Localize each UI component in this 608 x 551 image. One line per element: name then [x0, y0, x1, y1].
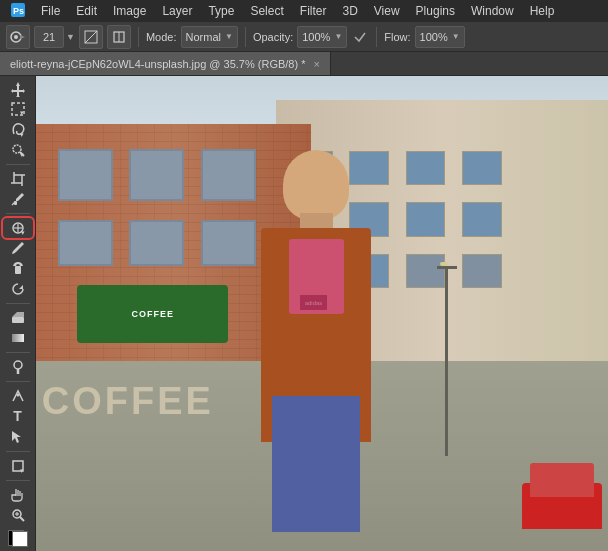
menu-window[interactable]: Window	[464, 2, 521, 20]
green-sign-text: COFFEE	[131, 309, 174, 319]
tab-filename: eliott-reyna-jCEpN62oWL4-unsplash.jpg @ …	[10, 58, 305, 70]
options-bar: 21 ▼ Mode: Normal ▼ Opacity: 100% ▼ Flow…	[0, 22, 608, 52]
window3	[406, 151, 446, 185]
mode-dropdown[interactable]: Normal ▼	[181, 26, 238, 48]
opacity-label: Opacity:	[253, 31, 293, 43]
svg-marker-34	[12, 431, 21, 443]
window11	[406, 254, 446, 288]
sep3	[376, 27, 377, 47]
dodge-tool-btn[interactable]	[4, 358, 32, 376]
brush-size-box: 21 ▼	[34, 26, 75, 48]
coffee-sign-text: COFFEE	[42, 380, 214, 423]
quick-select-tool-btn[interactable]: ▾	[4, 141, 32, 159]
toolbar: ▾ ▾ ▾	[0, 76, 36, 551]
menu-view[interactable]: View	[367, 2, 407, 20]
lamp-head	[440, 262, 448, 266]
menu-select[interactable]: Select	[243, 2, 290, 20]
person-figure: adidas	[248, 143, 385, 533]
menu-help[interactable]: Help	[523, 2, 562, 20]
window12	[462, 254, 502, 288]
svg-line-38	[20, 517, 24, 521]
menu-plugins[interactable]: Plugins	[409, 2, 462, 20]
opacity-dropdown[interactable]: 100% ▼	[297, 26, 347, 48]
brush-preset-btn[interactable]	[79, 25, 103, 49]
brush-size-value[interactable]: 21	[34, 26, 64, 48]
spot-heal-tool-btn highlighted-tool[interactable]: ▾	[4, 219, 32, 237]
eraser-tool-btn[interactable]	[4, 309, 32, 327]
svg-marker-4	[20, 35, 25, 39]
brush-tool-btn[interactable]	[4, 239, 32, 257]
svg-text:Ps: Ps	[13, 6, 24, 16]
main-area: ▾ ▾ ▾	[0, 76, 608, 551]
eyedropper-tool-btn[interactable]	[4, 190, 32, 208]
flow-value: 100%	[420, 31, 448, 43]
marquee-tool-btn[interactable]: ▾	[4, 100, 32, 118]
toolbar-sep-5	[6, 381, 30, 382]
sep2	[245, 27, 246, 47]
menu-image[interactable]: Image	[106, 2, 153, 20]
clone-stamp-btn[interactable]	[4, 260, 32, 278]
coffee-partial: OFFEE	[72, 380, 214, 422]
hand-tool-btn[interactable]	[4, 485, 32, 503]
green-sign: COFFEE	[77, 285, 228, 343]
person-head	[283, 150, 349, 220]
svg-line-6	[85, 31, 97, 43]
shape-tool-btn[interactable]: ▾	[4, 456, 32, 474]
crop-tool-btn[interactable]	[4, 170, 32, 188]
tab-close-button[interactable]: ×	[313, 58, 319, 70]
sep1	[138, 27, 139, 47]
menu-bar: Ps File Edit Image Layer Type Select Fil…	[0, 0, 608, 22]
menu-layer[interactable]: Layer	[155, 2, 199, 20]
opacity-chevron: ▼	[334, 32, 342, 41]
zoom-tool-btn[interactable]	[4, 506, 32, 524]
scene: COFFEE COFFEE adidas	[36, 76, 608, 551]
bldg-window5	[129, 220, 184, 265]
brush-angle-btn[interactable]	[107, 25, 131, 49]
lasso-tool-btn[interactable]: ▾	[4, 121, 32, 139]
svg-text:▾: ▾	[20, 131, 24, 138]
mode-label: Mode:	[146, 31, 177, 43]
flow-chevron: ▼	[452, 32, 460, 41]
pen-tool-btn[interactable]	[4, 387, 32, 405]
flow-dropdown[interactable]: 100% ▼	[415, 26, 465, 48]
toolbar-sep-6	[6, 451, 30, 452]
bldg-window4	[58, 220, 113, 265]
gradient-tool-btn[interactable]	[4, 329, 32, 347]
tool-preset-picker[interactable]	[6, 25, 30, 49]
path-select-btn[interactable]	[4, 428, 32, 446]
toolbar-sep-7	[6, 480, 30, 481]
document-tab[interactable]: eliott-reyna-jCEpN62oWL4-unsplash.jpg @ …	[0, 52, 331, 75]
canvas-area[interactable]: COFFEE COFFEE adidas	[36, 76, 608, 551]
type-icon: T	[13, 408, 22, 424]
brush-size-dropdown[interactable]: ▼	[66, 32, 75, 42]
shirt-logo: adidas	[300, 295, 327, 310]
pressure-opacity-btn[interactable]	[351, 28, 369, 46]
move-tool-btn[interactable]	[4, 80, 32, 98]
mode-value: Normal	[186, 31, 221, 43]
type-tool-btn[interactable]: T	[4, 407, 32, 425]
toolbar-sep-1	[6, 164, 30, 165]
tab-bar: eliott-reyna-jCEpN62oWL4-unsplash.jpg @ …	[0, 52, 608, 76]
menu-edit[interactable]: Edit	[69, 2, 104, 20]
svg-point-33	[16, 394, 19, 397]
svg-text:▾: ▾	[21, 229, 25, 236]
window7	[406, 202, 446, 236]
window8	[462, 202, 502, 236]
svg-rect-30	[12, 334, 24, 342]
fg-bg-colors[interactable]	[4, 530, 32, 547]
menu-file[interactable]: File	[34, 2, 67, 20]
lamp-arm	[437, 266, 457, 269]
car-roof	[530, 463, 594, 497]
menu-ps[interactable]: Ps	[4, 1, 32, 22]
history-brush-btn[interactable]	[4, 280, 32, 298]
mode-chevron: ▼	[225, 32, 233, 41]
svg-text:▾: ▾	[20, 151, 24, 158]
menu-3d[interactable]: 3D	[335, 2, 364, 20]
menu-filter[interactable]: Filter	[293, 2, 334, 20]
bldg-window1	[58, 149, 113, 201]
menu-type[interactable]: Type	[201, 2, 241, 20]
background-color[interactable]	[12, 531, 28, 547]
svg-text:▾: ▾	[20, 109, 24, 116]
toolbar-sep-3	[6, 303, 30, 304]
svg-rect-28	[12, 317, 24, 323]
